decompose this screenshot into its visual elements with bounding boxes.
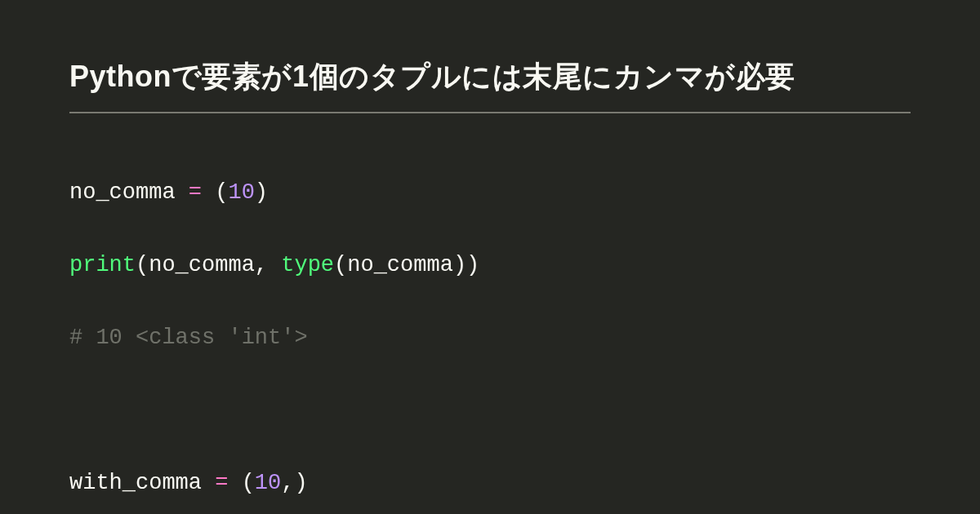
code-line-1: no_comma = (10)	[69, 175, 911, 211]
variable-name: no_comma	[149, 253, 255, 277]
code-line-5: with_comma = (10,)	[69, 465, 911, 502]
builtin-print: print	[69, 253, 136, 277]
comment: # 10 <class 'int'>	[69, 326, 308, 350]
paren-open: (	[136, 253, 149, 277]
paren-close: )	[255, 180, 268, 205]
code-line-blank	[69, 392, 911, 429]
variable-name: no_comma	[347, 253, 453, 277]
page-title: Pythonで要素が1個のタプルには末尾にカンマが必要	[69, 57, 911, 113]
number-literal: 10	[228, 180, 254, 205]
paren-close: )	[294, 471, 307, 495]
space	[202, 180, 215, 205]
variable-name: with_comma	[69, 471, 202, 495]
variable-name: no_comma	[69, 180, 176, 205]
space	[268, 253, 281, 277]
code-block: no_comma = (10) print(no_comma, type(no_…	[69, 138, 911, 514]
paren-open: (	[242, 471, 255, 495]
assign-operator: =	[215, 471, 228, 495]
space	[202, 471, 215, 495]
paren-close: )	[453, 253, 466, 277]
code-line-2: print(no_comma, type(no_comma))	[69, 247, 911, 284]
paren-close: )	[466, 253, 479, 277]
space	[176, 180, 189, 205]
builtin-type: type	[281, 253, 334, 277]
code-line-3: # 10 <class 'int'>	[69, 320, 911, 357]
number-literal: 10	[255, 471, 281, 495]
comma: ,	[281, 471, 294, 495]
assign-operator: =	[189, 180, 202, 205]
space	[228, 471, 241, 495]
paren-open: (	[215, 180, 228, 205]
paren-open: (	[334, 253, 347, 277]
comma: ,	[255, 253, 268, 277]
